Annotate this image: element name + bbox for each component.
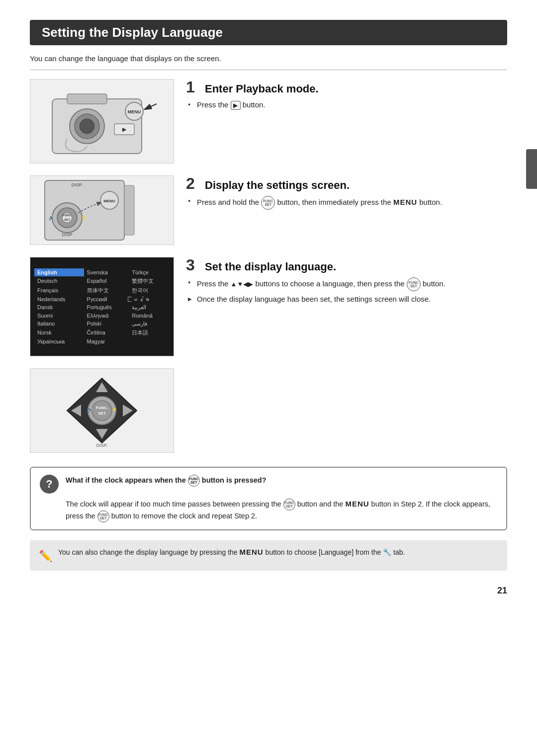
func-set-icon-inline: FUNCSET [188, 475, 200, 487]
step-1-bullet-1: Press the ▶ button. [188, 99, 507, 111]
info-box-question: What if the clock appears when the FUNCS… [66, 476, 267, 484]
camera-diagram-2: DISP. MENU FUNC. SET 🔊 ⚡ DISP [37, 175, 167, 245]
step-3-num: 3 [186, 257, 200, 273]
svg-text:MENU: MENU [128, 109, 141, 114]
menu-text-2: MENU [345, 500, 369, 508]
intro-text: You can change the language that display… [30, 54, 507, 63]
func-set-button-icon-2: FUNCSET [407, 277, 421, 291]
menu-text: MENU [393, 198, 417, 206]
svg-text:⚡: ⚡ [112, 407, 118, 413]
step-2-image: DISP. MENU FUNC. SET 🔊 ⚡ DISP [30, 175, 174, 245]
svg-text:DISP.: DISP. [72, 182, 83, 187]
note-icon: ✏️ [39, 547, 52, 565]
step-2-content: 2 Display the settings screen. Press and… [186, 175, 507, 212]
steps-area: MENU ▶ 1 Enter Playback mode. [30, 79, 507, 453]
svg-point-28 [92, 401, 112, 420]
language-table: EnglishSvenskaTürkçeDeutschEspañol繁體中文Fr… [34, 268, 170, 345]
svg-text:MENU: MENU [103, 199, 115, 203]
func-set-button-icon: FUNCSET [261, 196, 275, 210]
step-1-row: MENU ▶ 1 Enter Playback mode. [30, 79, 507, 164]
info-box: ? What if the clock appears when the FUN… [30, 467, 507, 530]
svg-text:DISP.: DISP. [96, 443, 107, 448]
step-1-bullets: Press the ▶ button. [186, 99, 507, 111]
question-icon: ? [40, 475, 59, 494]
svg-rect-1 [67, 94, 107, 104]
step-3-row: EnglishSvenskaTürkçeDeutschEspañol繁體中文Fr… [30, 257, 507, 356]
language-grid: EnglishSvenskaTürkçeDeutschEspañol繁體中文Fr… [30, 257, 174, 356]
info-box-text: What if the clock appears when the FUNCS… [66, 475, 497, 522]
step-3-header: 3 Set the display language. [186, 257, 507, 273]
svg-text:SET: SET [98, 411, 106, 416]
func-nav-diagram: FUNC. SET 🔊 ⚡ DISP. [52, 373, 152, 448]
menu-text-3: MENU [240, 548, 264, 556]
func-set-icon-inline-2: FUNCSET [283, 499, 295, 510]
step-2-header: 2 Display the settings screen. [186, 175, 507, 192]
step-3-func-image: FUNC. SET 🔊 ⚡ DISP. [30, 368, 174, 453]
svg-text:🔊: 🔊 [87, 407, 93, 413]
note-box: ✏️ You can also change the display langu… [30, 540, 507, 571]
step-3-title: Set the display language. [205, 260, 336, 273]
step-3-func-row: FUNC. SET 🔊 ⚡ DISP. [30, 368, 507, 453]
svg-text:SET: SET [64, 218, 70, 221]
camera-diagram-1: MENU ▶ [37, 84, 167, 159]
nav-arrows-icon: ▲▼◀▶ [231, 280, 254, 288]
step-2-bullets: Press and hold the FUNCSET button, then … [186, 196, 507, 210]
svg-text:🔊: 🔊 [49, 215, 55, 221]
step-1-header: 1 Enter Playback mode. [186, 79, 507, 95]
step-1-num: 1 [186, 79, 200, 95]
step-2-bullet-1: Press and hold the FUNCSET button, then … [188, 196, 507, 210]
info-box-body: The clock will appear if too much time p… [66, 500, 490, 520]
step-1-image: MENU ▶ [30, 79, 174, 164]
step-3-bullet-2: Once the display language has been set, … [188, 294, 507, 305]
step-1-content: 1 Enter Playback mode. Press the ▶ butto… [186, 79, 507, 113]
step-2-num: 2 [186, 175, 200, 191]
svg-rect-21 [124, 185, 134, 235]
svg-text:▶: ▶ [122, 126, 127, 132]
svg-point-4 [80, 119, 94, 134]
page-number: 21 [30, 586, 507, 596]
wrench-tab-icon: 🔧 [383, 548, 391, 556]
step-3-content: 3 Set the display language. Press the ▲▼… [186, 257, 507, 308]
func-set-icon-inline-3: FUNCSET [97, 510, 109, 522]
step-3-image: EnglishSvenskaTürkçeDeutschEspañol繁體中文Fr… [30, 257, 174, 356]
step-3-bullets: Press the ▲▼◀▶ buttons to choose a langu… [186, 277, 507, 305]
page-title: Setting the Display Language [30, 20, 507, 45]
note-text: You can also change the display language… [58, 546, 405, 558]
divider [30, 70, 507, 70]
svg-text:FUNC.: FUNC. [96, 406, 108, 410]
side-tab [526, 149, 537, 189]
step-2-title: Display the settings screen. [205, 179, 350, 192]
step-3-bullet-1: Press the ▲▼◀▶ buttons to choose a langu… [188, 277, 507, 291]
svg-text:⚡: ⚡ [81, 215, 87, 221]
step-2-row: DISP. MENU FUNC. SET 🔊 ⚡ DISP [30, 175, 507, 245]
svg-text:DISP: DISP [62, 232, 72, 237]
playback-button-icon: ▶ [231, 101, 241, 110]
svg-text:FUNC.: FUNC. [63, 214, 72, 217]
step-1-title: Enter Playback mode. [205, 83, 319, 95]
